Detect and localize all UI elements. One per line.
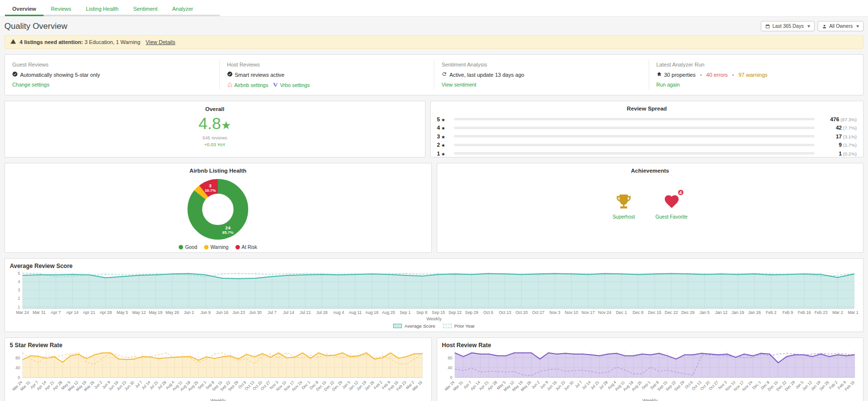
spread-value: 9 (1.7%)	[820, 142, 857, 148]
sentiment-status: Active, last update 13 days ago	[442, 71, 641, 78]
legend-item: Good	[179, 245, 197, 250]
tab-overview[interactable]: Overview	[5, 3, 44, 16]
legend-swatch-dashed	[443, 324, 452, 328]
legend-swatch-solid	[393, 324, 402, 328]
svg-text:Apr 21: Apr 21	[83, 310, 95, 315]
analyzer-status: 30 properties • 40 errors • 97 warnings	[657, 71, 856, 78]
warning-triangle-icon	[10, 39, 16, 45]
legend-label: Average Score	[404, 323, 435, 329]
svg-text:Mar 16: Mar 16	[848, 310, 858, 315]
svg-text:Feb 2: Feb 2	[828, 380, 838, 390]
five-star-rate-panel: 5 Star Review Rate 04080Mar 24Mar 31Apr …	[4, 337, 432, 401]
star-label: 2 ★	[437, 142, 449, 148]
chart-title: 5 Star Review Rate	[10, 342, 426, 349]
svg-text:40: 40	[16, 365, 21, 370]
svg-text:Feb 2: Feb 2	[373, 380, 383, 390]
achievements-panel: Achievements Superhost 4 Guest Favorit	[437, 163, 864, 253]
spread-value: 42 (7.7%)	[820, 125, 857, 131]
spread-bar-track	[454, 127, 815, 129]
analyzer-run-card: Latest Analyzer Run 30 properties • 40 e…	[649, 60, 864, 89]
airbnb-icon	[227, 82, 233, 88]
header-row: Quality Overview Last 365 Days All Owner…	[4, 21, 864, 31]
badge-count: 4	[677, 189, 684, 196]
change-settings-link[interactable]: Change settings	[12, 82, 49, 88]
attention-alert: 4 listings need attention: 3 Education, …	[4, 35, 864, 49]
check-circle-icon	[12, 71, 18, 78]
sentiment-analysis-card: Sentiment Analysis Active, last update 1…	[434, 60, 649, 89]
svg-text:Jan 26: Jan 26	[748, 310, 761, 315]
tab-listing-health[interactable]: Listing Health	[79, 3, 126, 16]
svg-text:Apr 28: Apr 28	[487, 380, 498, 391]
alert-text: 4 listings need attention: 3 Education, …	[20, 39, 141, 45]
svg-text:Sep 8: Sep 8	[416, 310, 427, 315]
guest-reviews-card: Guest Reviews Automatically showing 5-st…	[5, 60, 219, 89]
view-details-link[interactable]: View Details	[146, 39, 175, 45]
svg-text:Mar 2: Mar 2	[832, 310, 843, 315]
airbnb-settings-label: Airbnb settings	[235, 82, 268, 88]
svg-text:Jun 23: Jun 23	[233, 310, 245, 315]
achievement-items: Superhost 4 Guest Favorite	[437, 193, 864, 220]
spread-row-4: 4 ★ 42 (7.7%)	[437, 124, 857, 133]
svg-text:Dec 1: Dec 1	[751, 380, 762, 391]
star-icon: ★	[221, 119, 231, 132]
svg-text:Jul 7: Jul 7	[268, 310, 277, 315]
svg-text:Sep 15: Sep 15	[432, 310, 445, 315]
legend-item: At Risk	[235, 245, 258, 250]
tab-analyzer[interactable]: Analyzer	[165, 3, 201, 16]
svg-text:5: 5	[18, 271, 20, 276]
quality-overview-page: Overview Reviews Listing Health Sentimen…	[0, 0, 868, 401]
svg-text:Jul 21: Jul 21	[300, 310, 311, 315]
vrbo-settings-link[interactable]: Vrbo settings	[273, 82, 310, 88]
analyzer-properties: 30 properties	[664, 72, 696, 78]
overall-score: 4.8★	[199, 114, 232, 133]
svg-text:Aug 25: Aug 25	[382, 310, 395, 315]
review-spread-rows: 5 ★ 476 (87.3%) 4 ★ 42 (7.7%) 3 ★ 17 (3.…	[437, 115, 857, 158]
guest-reviews-status: Automatically showing 5-star only	[12, 71, 212, 78]
run-again-link[interactable]: Run again	[657, 82, 680, 88]
svg-text:3: 3	[209, 183, 211, 188]
owner-filter-label: All Owners	[829, 23, 853, 29]
status-text: Smart reviews active	[235, 72, 284, 78]
listing-health-panel: Airbnb Listing Health 24 85.7%3 10.7% Go…	[4, 163, 432, 253]
svg-text:Apr 28: Apr 28	[99, 310, 112, 315]
spread-row-3: 3 ★ 17 (3.1%)	[437, 132, 857, 141]
star-icon: ★	[442, 118, 445, 122]
achievement-label: Guest Favorite	[656, 214, 688, 220]
view-sentiment-link[interactable]: View sentiment	[442, 82, 476, 88]
donut-legend: GoodWarningAt Risk	[5, 245, 431, 250]
svg-text:Apr 28: Apr 28	[52, 380, 63, 391]
tab-sentiment[interactable]: Sentiment	[126, 3, 165, 16]
tab-reviews[interactable]: Reviews	[44, 3, 79, 16]
svg-text:Oct 27: Oct 27	[532, 310, 544, 315]
svg-text:85.7%: 85.7%	[222, 230, 234, 235]
spread-row-2: 2 ★ 9 (1.7%)	[437, 141, 857, 150]
svg-text:Jun 9: Jun 9	[200, 310, 211, 315]
heart-icon: 4	[663, 193, 680, 210]
chart-legend: Average Score Prior Year	[10, 323, 858, 330]
svg-text:Dec 29: Dec 29	[681, 310, 695, 315]
svg-text:May 19: May 19	[149, 310, 163, 315]
airbnb-settings-link[interactable]: Airbnb settings	[227, 82, 268, 88]
header-actions: Last 365 Days All Owners	[761, 21, 864, 31]
svg-text:Dec 8: Dec 8	[633, 310, 643, 315]
star-label: 1 ★	[437, 151, 449, 156]
spread-bar-track	[454, 144, 815, 146]
analyzer-errors: 40 errors	[706, 72, 728, 78]
check-circle-icon	[227, 71, 233, 78]
svg-text:80: 80	[16, 356, 21, 360]
svg-text:1: 1	[18, 305, 20, 310]
five-star-rate-chart: 04080Mar 24Mar 31Apr 7Apr 14Apr 21Apr 28…	[10, 349, 426, 397]
date-range-label: Last 365 Days	[773, 23, 804, 29]
star-icon: ★	[442, 152, 445, 156]
svg-text:Apr 14: Apr 14	[66, 310, 78, 315]
svg-text:Jan 5: Jan 5	[700, 310, 710, 315]
svg-text:Nov 17: Nov 17	[582, 310, 595, 315]
star-label: 4 ★	[437, 125, 449, 131]
overall-row: Overall 4.8★ 545 reviews +0.03 YoY Revie…	[4, 101, 864, 157]
date-range-dropdown[interactable]: Last 365 Days	[761, 21, 815, 31]
bottom-charts-row: 5 Star Review Rate 04080Mar 24Mar 31Apr …	[4, 337, 864, 401]
score-value: 4.8	[199, 114, 221, 133]
spread-row-1: 1 ★ 1 (0.2%)	[437, 149, 857, 158]
person-icon	[822, 24, 827, 29]
owner-filter-dropdown[interactable]: All Owners	[818, 21, 864, 31]
